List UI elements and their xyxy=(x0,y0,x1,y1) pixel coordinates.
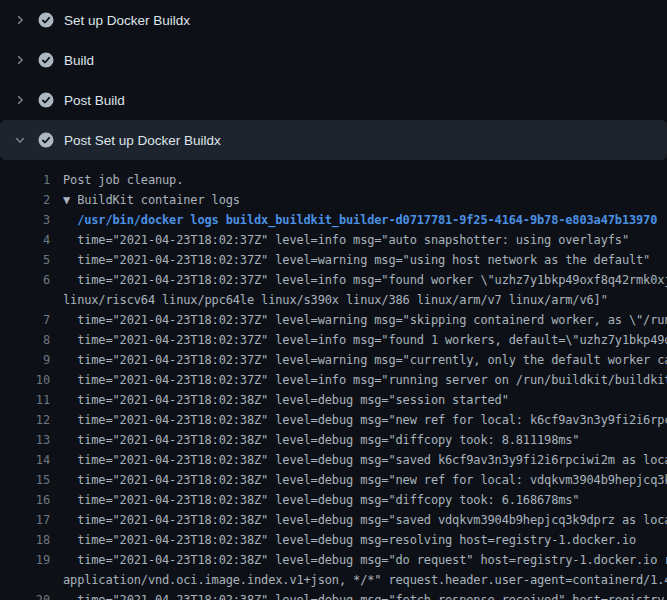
log-line: 4 time="2021-04-23T18:02:37Z" level=info… xyxy=(0,230,667,250)
line-number[interactable]: 1 xyxy=(0,170,50,190)
step-title: Set up Docker Buildx xyxy=(64,13,190,28)
line-number[interactable]: 5 xyxy=(0,250,50,270)
line-number[interactable]: 12 xyxy=(0,410,50,430)
chevron-right-icon xyxy=(12,52,28,68)
log-text: time="2021-04-23T18:02:37Z" level=info m… xyxy=(63,230,629,250)
step-section-setup-docker-buildx[interactable]: Set up Docker Buildx xyxy=(0,0,667,40)
log-line: 9 time="2021-04-23T18:02:37Z" level=warn… xyxy=(0,350,667,370)
log-text: time="2021-04-23T18:02:37Z" level=warnin… xyxy=(63,350,667,370)
log-line: 8 time="2021-04-23T18:02:37Z" level=info… xyxy=(0,330,667,350)
log-text: time="2021-04-23T18:02:38Z" level=debug … xyxy=(63,530,636,550)
check-circle-icon xyxy=(38,12,54,28)
log-line: 11 time="2021-04-23T18:02:38Z" level=deb… xyxy=(0,390,667,410)
log-line: 16 time="2021-04-23T18:02:38Z" level=deb… xyxy=(0,490,667,510)
log-line: application/vnd.oci.image.index.v1+json,… xyxy=(0,570,667,590)
steps-list: Set up Docker Buildx Build Post Build Po… xyxy=(0,0,667,160)
line-number[interactable]: 10 xyxy=(0,370,50,390)
log-text: time="2021-04-23T18:02:38Z" level=debug … xyxy=(63,430,579,450)
log-text: time="2021-04-23T18:02:37Z" level=warnin… xyxy=(63,250,650,270)
log-line: 5 time="2021-04-23T18:02:37Z" level=warn… xyxy=(0,250,667,270)
log-text: time="2021-04-23T18:02:38Z" level=debug … xyxy=(63,410,667,430)
line-number[interactable]: 15 xyxy=(0,470,50,490)
log-line: 20 time="2021-04-23T18:02:38Z" level=deb… xyxy=(0,590,667,600)
log-text: time="2021-04-23T18:02:38Z" level=debug … xyxy=(63,470,667,490)
line-number[interactable]: 20 xyxy=(0,590,50,600)
log-line: 18 time="2021-04-23T18:02:38Z" level=deb… xyxy=(0,530,667,550)
log-line: 7 time="2021-04-23T18:02:37Z" level=warn… xyxy=(0,310,667,330)
log-text: time="2021-04-23T18:02:38Z" level=debug … xyxy=(63,490,579,510)
check-circle-icon xyxy=(38,132,54,148)
step-section-post-build[interactable]: Post Build xyxy=(0,80,667,120)
log-line: 3 /usr/bin/docker logs buildx_buildkit_b… xyxy=(0,210,667,230)
line-number[interactable]: 19 xyxy=(0,550,50,570)
log-line: 17 time="2021-04-23T18:02:38Z" level=deb… xyxy=(0,510,667,530)
line-number[interactable]: 17 xyxy=(0,510,50,530)
step-section-build[interactable]: Build xyxy=(0,40,667,80)
log-text: time="2021-04-23T18:02:37Z" level=info m… xyxy=(63,370,667,390)
log-text: time="2021-04-23T18:02:38Z" level=debug … xyxy=(63,390,509,410)
step-section-post-setup-docker-buildx[interactable]: Post Set up Docker Buildx xyxy=(0,120,667,160)
log-text: application/vnd.oci.image.index.v1+json,… xyxy=(63,570,667,590)
line-number[interactable]: 3 xyxy=(0,210,50,230)
line-number[interactable]: 18 xyxy=(0,530,50,550)
line-number[interactable]: 2 xyxy=(0,190,50,210)
log-text: time="2021-04-23T18:02:37Z" level=info m… xyxy=(63,270,667,290)
chevron-down-icon xyxy=(12,132,28,148)
log-line: 12 time="2021-04-23T18:02:38Z" level=deb… xyxy=(0,410,667,430)
log-text: time="2021-04-23T18:02:38Z" level=debug … xyxy=(63,590,667,600)
log-line: 6 time="2021-04-23T18:02:37Z" level=info… xyxy=(0,270,667,290)
line-number[interactable]: 8 xyxy=(0,330,50,350)
log-line: linux/riscv64 linux/ppc64le linux/s390x … xyxy=(0,290,667,310)
log-text: Post job cleanup. xyxy=(63,170,183,190)
chevron-right-icon xyxy=(12,92,28,108)
step-title: Post Build xyxy=(64,93,125,108)
log-group-line[interactable]: 2▼ BuildKit container logs xyxy=(0,190,667,210)
log-text: time="2021-04-23T18:02:38Z" level=debug … xyxy=(63,550,667,570)
log-line: 19 time="2021-04-23T18:02:38Z" level=deb… xyxy=(0,550,667,570)
line-number[interactable]: 7 xyxy=(0,310,50,330)
log-area: 1Post job cleanup.2▼ BuildKit container … xyxy=(0,160,667,600)
check-circle-icon xyxy=(38,92,54,108)
command-text: /usr/bin/docker logs buildx_buildkit_bui… xyxy=(63,210,657,230)
step-title: Build xyxy=(64,53,94,68)
line-number[interactable]: 13 xyxy=(0,430,50,450)
log-line: 1Post job cleanup. xyxy=(0,170,667,190)
log-text: time="2021-04-23T18:02:37Z" level=info m… xyxy=(63,330,667,350)
log-text: time="2021-04-23T18:02:37Z" level=warnin… xyxy=(63,310,667,330)
step-title: Post Set up Docker Buildx xyxy=(64,133,221,148)
log-text: linux/riscv64 linux/ppc64le linux/s390x … xyxy=(63,290,608,310)
log-line: 13 time="2021-04-23T18:02:38Z" level=deb… xyxy=(0,430,667,450)
chevron-right-icon xyxy=(12,12,28,28)
check-circle-icon xyxy=(38,52,54,68)
line-number[interactable]: 4 xyxy=(0,230,50,250)
log-line: 15 time="2021-04-23T18:02:38Z" level=deb… xyxy=(0,470,667,490)
log-text: time="2021-04-23T18:02:38Z" level=debug … xyxy=(63,510,667,530)
line-number[interactable]: 11 xyxy=(0,390,50,410)
line-number[interactable]: 6 xyxy=(0,270,50,290)
log-text: time="2021-04-23T18:02:38Z" level=debug … xyxy=(63,450,667,470)
line-number[interactable]: 14 xyxy=(0,450,50,470)
log-text: ▼ BuildKit container logs xyxy=(63,190,240,210)
line-number[interactable]: 16 xyxy=(0,490,50,510)
log-line: 10 time="2021-04-23T18:02:37Z" level=inf… xyxy=(0,370,667,390)
log-line: 14 time="2021-04-23T18:02:38Z" level=deb… xyxy=(0,450,667,470)
line-number[interactable]: 9 xyxy=(0,350,50,370)
